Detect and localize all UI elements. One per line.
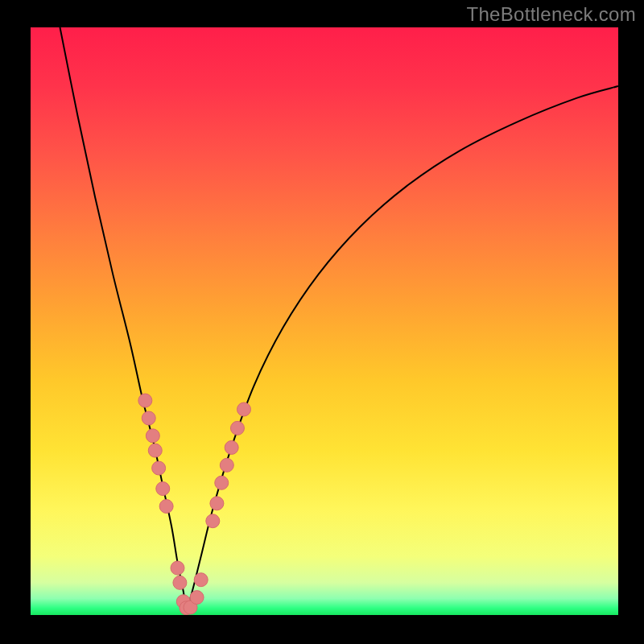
data-point — [210, 497, 224, 510]
data-point — [206, 514, 220, 528]
data-point — [237, 402, 250, 416]
app-frame: TheBottleneck.com — [0, 0, 644, 644]
data-point — [171, 561, 184, 575]
data-point — [190, 591, 204, 605]
data-point — [230, 421, 244, 435]
chart-svg — [31, 27, 618, 615]
watermark-text: TheBottleneck.com — [466, 3, 636, 26]
data-point — [173, 576, 187, 589]
data-point — [194, 573, 208, 587]
data-point — [156, 482, 170, 496]
data-point — [225, 440, 238, 454]
data-point — [220, 458, 233, 472]
data-point — [148, 444, 162, 457]
data-point — [138, 394, 152, 407]
data-point — [215, 476, 229, 489]
plot-area — [31, 27, 618, 615]
data-point — [159, 499, 173, 513]
data-point — [152, 461, 166, 475]
data-point — [146, 429, 159, 443]
data-point — [142, 411, 155, 425]
